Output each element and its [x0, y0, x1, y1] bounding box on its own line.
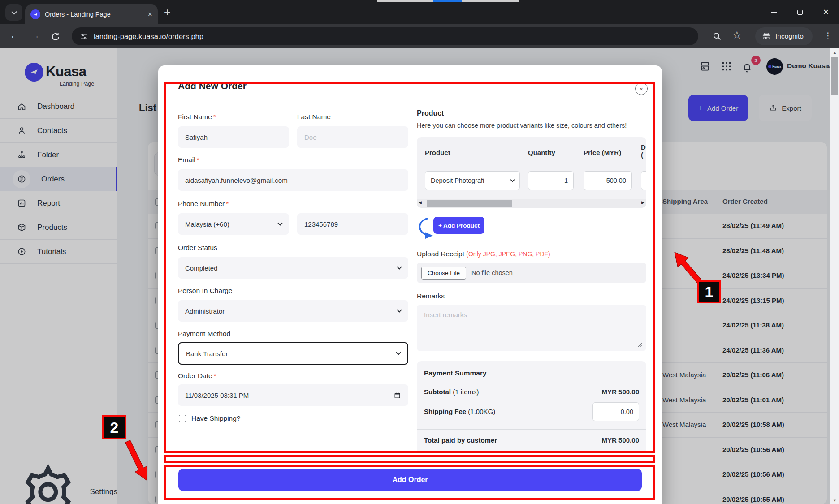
product-col-header: Product — [425, 149, 450, 156]
choose-file-button[interactable]: Choose File — [421, 267, 466, 280]
window-minimize-button[interactable] — [761, 0, 787, 24]
person-in-charge-select[interactable]: Administrator — [178, 300, 408, 322]
have-shipping-label: Have Shipping? — [191, 414, 240, 422]
incognito-label: Incognito — [775, 32, 804, 40]
email-label: Email* — [178, 156, 199, 164]
clipped-input[interactable] — [641, 171, 646, 190]
tab-close-icon[interactable]: × — [147, 10, 152, 19]
incognito-badge: Incognito — [755, 27, 813, 45]
scroll-up-icon[interactable]: ▲ — [830, 48, 839, 56]
subtotal-value: MYR 500.00 — [602, 388, 639, 396]
remarks-textarea[interactable] — [417, 305, 646, 351]
back-button[interactable]: ← — [10, 30, 19, 41]
have-shipping-checkbox[interactable] — [179, 415, 186, 422]
upload-receipt-label: Upload Receipt (Only JPG, JPEG, PNG, PDF… — [417, 250, 550, 258]
remarks-label: Remarks — [417, 292, 445, 300]
chevron-down-icon — [396, 350, 401, 355]
hscrollbar-thumb[interactable] — [427, 200, 512, 207]
chevron-down-icon — [510, 178, 515, 182]
product-table: Product Quantity Price (MYR) D( Deposit … — [417, 137, 646, 208]
quantity-col-header: Quantity — [528, 149, 555, 156]
browser-toolbar: ← → landing-page.kuasa.io/orders.php ☆ I… — [0, 24, 839, 48]
progress-segment — [433, 0, 462, 2]
screen: Orders - Landing Page × + × ← → landing-… — [0, 0, 839, 504]
tab-title: Orders - Landing Page — [45, 11, 144, 18]
reload-button[interactable] — [50, 31, 61, 42]
url-bar[interactable]: landing-page.kuasa.io/orders.php — [72, 27, 698, 45]
email-input[interactable] — [178, 169, 408, 191]
recording-progress-bar — [377, 0, 519, 2]
page-scrollbar[interactable]: ▲ ▼ — [830, 48, 839, 504]
submit-add-order-button[interactable]: Add Order — [178, 469, 642, 491]
window-restore-button[interactable] — [787, 0, 813, 24]
browser-tabstrip: Orders - Landing Page × + × — [0, 0, 839, 24]
first-name-label: First Name* — [178, 113, 216, 121]
browser-tab[interactable]: Orders - Landing Page × — [25, 4, 158, 24]
phone-country-select[interactable]: Malaysia (+60) — [178, 213, 289, 235]
phone-label: Phone Number* — [178, 200, 229, 208]
shipping-fee-input[interactable] — [592, 402, 639, 421]
order-status-label: Order Status — [178, 244, 217, 252]
product-section-subtitle: Here you can choose more product variant… — [417, 122, 627, 129]
last-name-input[interactable] — [297, 126, 408, 148]
product-select[interactable]: Deposit Photografi — [425, 171, 520, 190]
chevron-down-icon — [11, 9, 17, 15]
bookmark-star-icon[interactable]: ☆ — [732, 29, 742, 41]
annotation-step-2: 2 — [102, 415, 126, 439]
incognito-icon — [761, 31, 771, 41]
order-status-select[interactable]: Completed — [178, 257, 408, 279]
kuasa-favicon-icon — [30, 9, 40, 19]
subtotal-label: Subtotal (1 items) — [424, 388, 479, 396]
scroll-down-icon[interactable]: ▼ — [830, 496, 839, 504]
payment-method-label: Payment Method — [178, 330, 230, 338]
phone-number-input[interactable] — [297, 213, 408, 235]
order-date-label: Order Date* — [178, 372, 216, 380]
chevron-down-icon — [277, 220, 282, 225]
scroll-right-icon[interactable]: ▶ — [641, 200, 644, 205]
forward-button[interactable]: → — [30, 30, 40, 41]
upload-hint: (Only JPG, JPEG, PNG, PDF) — [466, 250, 550, 258]
add-product-button[interactable]: + Add Product — [433, 217, 484, 234]
calendar-icon[interactable] — [394, 392, 401, 399]
file-chosen-status: No file chosen — [471, 269, 513, 276]
product-table-hscrollbar[interactable]: ◀ ▶ — [417, 199, 646, 208]
site-settings-icon[interactable] — [80, 32, 88, 41]
chevron-down-icon — [397, 307, 402, 312]
new-tab-button[interactable]: + — [164, 6, 171, 18]
upload-receipt-field: Choose File No file chosen — [417, 263, 646, 283]
first-name-input[interactable] — [178, 126, 289, 148]
modal-title: Add New Order — [178, 81, 247, 91]
url-text: landing-page.kuasa.io/orders.php — [94, 32, 203, 41]
scroll-left-icon[interactable]: ◀ — [419, 200, 422, 205]
order-date-input[interactable]: 11/03/2025 03:31 PM — [178, 384, 408, 406]
clipped-col-header: D( — [641, 143, 646, 159]
quantity-input[interactable] — [528, 171, 574, 190]
chevron-down-icon — [397, 264, 402, 269]
search-icon[interactable] — [712, 31, 722, 42]
payment-summary-title: Payment Summary — [424, 369, 487, 377]
shipping-fee-label: Shipping Fee (1.00KG) — [424, 408, 495, 415]
annotation-step-1: 1 — [697, 280, 721, 303]
add-new-order-modal: Add New Order × First Name* Last Name Em… — [158, 65, 662, 504]
window-close-button[interactable]: × — [813, 0, 839, 24]
person-in-charge-label: Person In Charge — [178, 287, 233, 295]
browser-menu-icon[interactable]: ⋮ — [824, 30, 832, 41]
last-name-label: Last Name — [297, 113, 331, 121]
payment-summary: Payment Summary Subtotal (1 items) MYR 5… — [417, 361, 646, 453]
tab-search-button[interactable] — [5, 4, 22, 21]
modal-close-button[interactable]: × — [635, 82, 648, 95]
price-col-header: Price (MYR) — [584, 149, 621, 156]
resize-grip-icon[interactable] — [638, 342, 643, 347]
total-value: MYR 500.00 — [602, 436, 639, 444]
total-label: Total paid by customer — [424, 436, 497, 444]
payment-method-select[interactable]: Bank Transfer — [178, 342, 408, 365]
scrollbar-thumb[interactable] — [831, 57, 838, 95]
price-input[interactable] — [584, 171, 632, 190]
product-section-heading: Product — [417, 109, 444, 117]
